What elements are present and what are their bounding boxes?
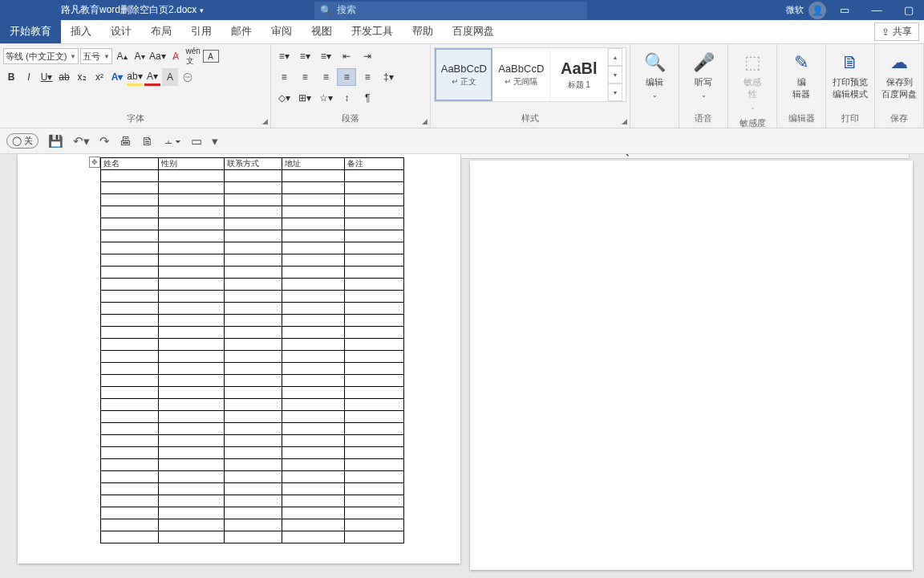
align-justify-icon[interactable]: ≡ <box>337 68 356 86</box>
indent-inc-icon[interactable]: ⇥ <box>358 47 377 65</box>
table-cell[interactable] <box>282 387 345 399</box>
table-cell[interactable] <box>159 182 225 194</box>
table-cell[interactable] <box>282 459 345 471</box>
big-button-3[interactable]: ✎编 辑器 <box>780 47 822 105</box>
table-cell[interactable] <box>101 291 159 303</box>
table-cell[interactable] <box>225 351 282 363</box>
table-cell[interactable] <box>282 435 345 447</box>
table-cell[interactable] <box>225 387 282 399</box>
table-cell[interactable] <box>282 182 345 194</box>
table-header[interactable]: 姓名 <box>101 158 159 170</box>
table-cell[interactable] <box>345 303 404 315</box>
show-marks-icon[interactable]: ¶ <box>358 89 377 107</box>
autosave-toggle[interactable]: ◯关 <box>6 133 38 149</box>
table-cell[interactable] <box>345 447 404 459</box>
table-cell[interactable] <box>282 242 345 254</box>
char-shading-icon[interactable]: A <box>162 68 178 86</box>
table-cell[interactable] <box>225 267 282 279</box>
table-cell[interactable] <box>159 471 225 483</box>
table-cell[interactable] <box>101 351 159 363</box>
table-cell[interactable] <box>225 459 282 471</box>
table-cell[interactable] <box>101 242 159 254</box>
table-cell[interactable] <box>225 291 282 303</box>
table-cell[interactable] <box>225 531 282 543</box>
styles-dialog-launcher-icon[interactable]: ◢ <box>622 117 627 125</box>
minimize-icon[interactable]: ― <box>863 0 890 20</box>
strikethrough-button[interactable]: ab <box>56 68 72 86</box>
table-cell[interactable] <box>101 254 159 267</box>
table-cell[interactable] <box>345 435 404 447</box>
table-cell[interactable] <box>159 495 225 507</box>
table-cell[interactable] <box>282 218 345 230</box>
table-cell[interactable] <box>282 279 345 291</box>
print-icon[interactable]: 🖶 <box>120 134 132 148</box>
table-cell[interactable] <box>159 363 225 375</box>
table-cell[interactable] <box>101 206 159 218</box>
spacing-icon[interactable]: ⫠▾ <box>163 134 181 148</box>
user-label[interactable]: 微软 <box>786 4 804 16</box>
table-cell[interactable] <box>345 375 404 387</box>
bold-button[interactable]: B <box>3 68 19 86</box>
table-cell[interactable] <box>282 315 345 327</box>
table-cell[interactable] <box>225 182 282 194</box>
table-cell[interactable] <box>159 291 225 303</box>
table-cell[interactable] <box>159 279 225 291</box>
table-cell[interactable] <box>225 423 282 435</box>
table-cell[interactable] <box>282 254 345 267</box>
tab-baidu[interactable]: 百度网盘 <box>443 19 504 43</box>
table-cell[interactable] <box>282 267 345 279</box>
horizontal-ruler[interactable]: 8642246810121416182022242628303234363842… <box>460 154 910 159</box>
table-cell[interactable] <box>101 363 159 375</box>
grow-font-icon[interactable]: A▴ <box>114 47 130 65</box>
table-cell[interactable] <box>159 303 225 315</box>
big-button-2[interactable]: ⬚敏感 性⌄ <box>732 47 773 116</box>
table-cell[interactable] <box>159 447 225 459</box>
table-cell[interactable] <box>159 327 225 339</box>
table-cell[interactable] <box>282 291 345 303</box>
table-cell[interactable] <box>159 507 225 519</box>
big-button-4[interactable]: 🗎打印预览 编辑模式 <box>829 47 871 105</box>
highlight-icon[interactable]: ab▾ <box>127 68 143 86</box>
table-cell[interactable] <box>225 303 282 315</box>
table-cell[interactable] <box>101 315 159 327</box>
style-heading1[interactable]: AaBl 标题 1 <box>550 48 608 101</box>
table-cell[interactable] <box>159 483 225 495</box>
share-button[interactable]: ⇪共享 <box>874 22 919 41</box>
document-table[interactable]: 姓名性别联系方式地址备注 <box>100 157 404 543</box>
sort-icon[interactable]: ↕ <box>337 89 356 107</box>
table-cell[interactable] <box>345 351 404 363</box>
table-cell[interactable] <box>345 182 404 194</box>
gallery-more-icon[interactable]: ▾ <box>608 83 622 101</box>
table-cell[interactable] <box>101 435 159 447</box>
tab-help[interactable]: 帮助 <box>403 19 443 43</box>
table-header[interactable]: 联系方式 <box>225 158 282 170</box>
tab-review[interactable]: 审阅 <box>261 19 302 43</box>
table-cell[interactable] <box>345 519 404 531</box>
tab-mail[interactable]: 邮件 <box>221 19 261 43</box>
table-cell[interactable] <box>282 399 345 411</box>
table-cell[interactable] <box>282 351 345 363</box>
table-cell[interactable] <box>282 170 345 182</box>
table-cell[interactable] <box>345 531 404 543</box>
multilevel-icon[interactable]: ≡▾ <box>316 47 335 65</box>
table-cell[interactable] <box>159 351 225 363</box>
table-cell[interactable] <box>345 471 404 483</box>
tab-developer[interactable]: 开发工具 <box>342 19 403 43</box>
table-cell[interactable] <box>159 435 225 447</box>
table-cell[interactable] <box>345 254 404 267</box>
table-cell[interactable] <box>159 206 225 218</box>
table-cell[interactable] <box>159 194 225 206</box>
table-cell[interactable] <box>282 230 345 242</box>
table-cell[interactable] <box>225 483 282 495</box>
table-cell[interactable] <box>225 519 282 531</box>
table-cell[interactable] <box>225 375 282 387</box>
page-1[interactable]: ✥ 姓名性别联系方式地址备注 <box>18 154 460 564</box>
customize-qat-icon[interactable]: ▾ <box>212 134 218 149</box>
table-cell[interactable] <box>282 531 345 543</box>
align-left-icon[interactable]: ≡ <box>274 68 294 86</box>
tab-design[interactable]: 设计 <box>101 19 141 43</box>
document-area[interactable]: ✥ 姓名性别联系方式地址备注 8642246810121416182022242… <box>0 154 924 578</box>
change-case-icon[interactable]: Aa▾ <box>149 47 166 65</box>
table-cell[interactable] <box>225 206 282 218</box>
table-cell[interactable] <box>345 339 404 351</box>
